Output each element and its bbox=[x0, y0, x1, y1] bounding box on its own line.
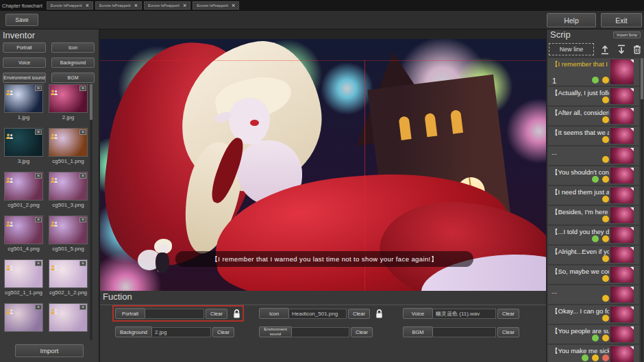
inventory-thumbnail[interactable]: × bbox=[4, 84, 43, 113]
script-line[interactable]: 【You shouldn't consider bbox=[548, 166, 639, 185]
yellow-status-dot bbox=[602, 255, 609, 262]
inventory-thumbnail[interactable]: × bbox=[49, 259, 88, 288]
inventory-thumbnail[interactable]: × bbox=[49, 216, 88, 244]
script-scrollbar[interactable] bbox=[641, 58, 643, 362]
filter-portrait[interactable]: Portrait bbox=[3, 42, 46, 53]
clear-button[interactable]: Clear bbox=[351, 327, 373, 337]
script-line[interactable]: 【Actually, I just followed bbox=[548, 87, 639, 105]
field-label[interactable]: Voice bbox=[403, 308, 433, 319]
remove-icon[interactable]: × bbox=[79, 86, 86, 91]
script-line[interactable]: 【You make me sick!】 bbox=[548, 345, 639, 362]
import-script-button[interactable]: Import Scrip bbox=[613, 31, 641, 38]
remove-icon[interactable]: × bbox=[79, 129, 86, 135]
script-line[interactable]: ... bbox=[548, 285, 639, 304]
inventory-item: ×2.jpg bbox=[49, 84, 88, 122]
inventory-thumbnail[interactable]: × bbox=[49, 128, 88, 157]
lock-icon[interactable] bbox=[232, 309, 241, 319]
script-line[interactable]: 【After all, considering you'd bbox=[548, 107, 639, 125]
remove-icon[interactable]: × bbox=[35, 217, 42, 222]
people-icon bbox=[5, 86, 14, 98]
script-title: Scrip bbox=[550, 29, 571, 40]
field-value[interactable] bbox=[292, 327, 349, 337]
inventory-thumbnail[interactable]: × bbox=[4, 259, 43, 288]
field-value[interactable]: 幽灵蓝色 (11).wav bbox=[433, 309, 496, 319]
exit-button[interactable]: Exit bbox=[601, 13, 642, 27]
filter-environment-sound[interactable]: Environment sound bbox=[3, 73, 46, 83]
script-line[interactable]: ... bbox=[548, 146, 639, 165]
scene-preview[interactable]: 【I remember that I warned you last time … bbox=[100, 39, 546, 291]
clear-button[interactable]: Clear bbox=[348, 309, 370, 319]
tab-close-icon[interactable]: × bbox=[183, 3, 186, 9]
tab-0[interactable]: Eunoie IsPeappeiti× bbox=[47, 1, 93, 10]
remove-icon[interactable]: × bbox=[79, 173, 86, 179]
filter-background[interactable]: Background bbox=[51, 57, 95, 68]
remove-icon[interactable]: × bbox=[79, 217, 86, 222]
new-line-button[interactable]: New line bbox=[549, 43, 594, 55]
inventory-filename bbox=[4, 333, 43, 340]
field-label[interactable]: Environment sound bbox=[259, 326, 292, 337]
field-value[interactable] bbox=[145, 309, 204, 319]
inventory-scrollbar[interactable] bbox=[90, 84, 92, 340]
inventory-thumbnail[interactable]: × bbox=[4, 303, 43, 332]
inventory-thumbnail[interactable]: × bbox=[49, 303, 88, 332]
remove-icon[interactable]: × bbox=[35, 305, 42, 310]
script-line[interactable]: 【So, maybe we could go bbox=[548, 266, 639, 284]
inventory-thumbnail[interactable]: × bbox=[49, 84, 88, 113]
tab-1[interactable]: Eunoie IsPeappeiti× bbox=[95, 1, 142, 10]
scrollbar-thumb[interactable] bbox=[90, 84, 92, 120]
inventory-thumbnail[interactable]: × bbox=[4, 128, 43, 157]
script-line[interactable]: 【Alright...Even if you are so bbox=[548, 246, 639, 264]
green-status-dot bbox=[592, 176, 599, 183]
tab-3[interactable]: Eunoie IsPeappeiti× bbox=[193, 1, 239, 10]
remove-icon[interactable]: × bbox=[35, 86, 42, 91]
people-icon bbox=[5, 305, 14, 317]
guide-line-horizontal bbox=[100, 60, 546, 61]
export-up-icon[interactable] bbox=[599, 43, 610, 55]
trash-icon[interactable] bbox=[632, 43, 643, 55]
field-value[interactable]: 2.jpg bbox=[152, 327, 211, 337]
field-label[interactable]: Icon bbox=[259, 308, 289, 319]
field-label[interactable]: Background bbox=[115, 326, 152, 337]
remove-icon[interactable]: × bbox=[35, 129, 42, 135]
inventory-item: ×3.jpg bbox=[4, 128, 43, 166]
lock-icon[interactable] bbox=[375, 309, 384, 319]
filter-icon[interactable]: Icon bbox=[51, 42, 95, 53]
script-line[interactable]: 【You people are supposed bbox=[548, 325, 639, 344]
inventory-filename: cg501_1.png bbox=[49, 158, 88, 166]
help-button[interactable]: Help bbox=[547, 13, 596, 27]
scrollbar-thumb[interactable] bbox=[641, 58, 643, 99]
app-title: Chapter flowchart bbox=[2, 3, 42, 9]
remove-icon[interactable]: × bbox=[79, 305, 86, 310]
clear-button[interactable]: Clear bbox=[497, 309, 519, 319]
field-label[interactable]: BGM bbox=[403, 326, 433, 337]
tab-close-icon[interactable]: × bbox=[86, 3, 89, 9]
remove-icon[interactable]: × bbox=[35, 173, 42, 179]
clear-button[interactable]: Clear bbox=[212, 327, 234, 337]
remove-icon[interactable]: × bbox=[79, 261, 86, 266]
script-line[interactable]: 【I remember that I warned1 bbox=[548, 58, 639, 86]
remove-icon[interactable]: × bbox=[35, 261, 42, 266]
import-down-icon[interactable] bbox=[616, 43, 627, 55]
tab-close-icon[interactable]: × bbox=[134, 3, 138, 9]
save-button[interactable]: Save bbox=[5, 14, 38, 26]
field-label[interactable]: Portrait bbox=[115, 308, 145, 319]
inventory-thumbnail[interactable]: × bbox=[49, 172, 88, 201]
script-line[interactable]: 【Besides, I'm here on my bbox=[548, 206, 639, 224]
inventory-thumbnail[interactable]: × bbox=[4, 172, 43, 201]
script-line[interactable]: 【Okay... I can go forty-sixty, bbox=[548, 305, 639, 324]
inventory-thumbnail[interactable]: × bbox=[4, 216, 43, 244]
clear-button[interactable]: Clear bbox=[206, 309, 227, 319]
script-line[interactable]: 【It seems that we are bbox=[548, 127, 639, 145]
lit-window-small bbox=[450, 109, 463, 134]
script-line[interactable]: 【...I told you they don't bbox=[548, 226, 639, 244]
tab-2[interactable]: Eunoie IsPeappeiti× bbox=[144, 1, 190, 10]
import-button[interactable]: Import bbox=[15, 344, 84, 357]
tab-close-icon[interactable]: × bbox=[232, 3, 235, 9]
clear-button[interactable]: Clear bbox=[497, 327, 519, 337]
script-line[interactable]: 【I need them just as much bbox=[548, 186, 639, 205]
filter-voice[interactable]: Voice bbox=[3, 57, 46, 68]
green-status-dot bbox=[592, 235, 599, 242]
filter-bgm[interactable]: BGM bbox=[51, 73, 95, 83]
field-value[interactable]: Headicon_501.png bbox=[289, 309, 347, 319]
field-value[interactable] bbox=[433, 327, 496, 337]
